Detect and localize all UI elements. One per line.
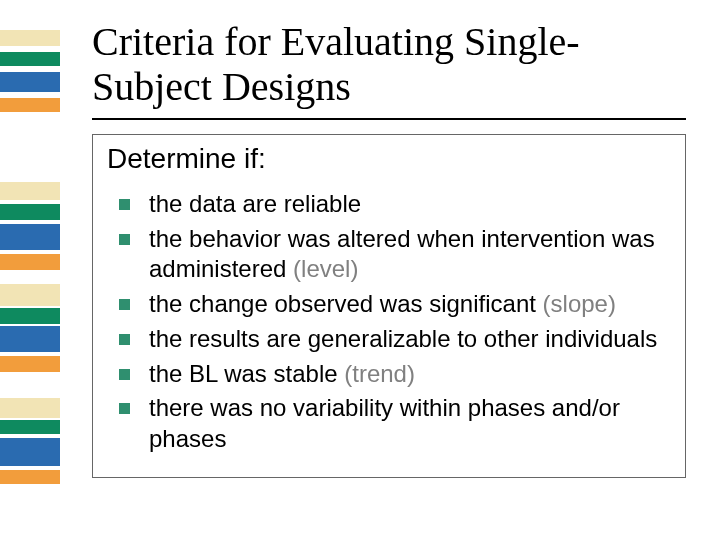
bullet-square-icon (119, 299, 130, 310)
stripe (0, 356, 60, 372)
bullet-square-icon (119, 234, 130, 245)
stripe (0, 52, 60, 66)
bullet-paren: (slope) (543, 290, 616, 317)
bullet-text: the BL was stable (149, 360, 344, 387)
stripe (0, 98, 60, 112)
stripe (0, 398, 60, 418)
bullet-text: the behavior was altered when interventi… (149, 225, 655, 283)
stripe (0, 470, 60, 484)
bullet-square-icon (119, 369, 130, 380)
slide-title: Criteria for Evaluating Single-Subject D… (92, 20, 682, 110)
title-underline (92, 118, 686, 120)
bullet-item: the data are reliable (119, 189, 671, 220)
bullet-square-icon (119, 403, 130, 414)
stripe (0, 326, 60, 352)
stripe (0, 284, 60, 306)
stripe (0, 224, 60, 250)
bullet-item: there was no variability within phases a… (119, 393, 671, 454)
stripe (0, 254, 60, 270)
bullet-square-icon (119, 199, 130, 210)
bullet-square-icon (119, 334, 130, 345)
bullet-item: the behavior was altered when interventi… (119, 224, 671, 285)
stripe (0, 30, 60, 46)
stripe (0, 182, 60, 200)
stripe (0, 420, 60, 434)
bullet-list: the data are reliablethe behavior was al… (107, 189, 671, 455)
bullet-text: there was no variability within phases a… (149, 394, 620, 452)
bullet-text: the data are reliable (149, 190, 361, 217)
bullet-paren: (level) (293, 255, 358, 282)
stripe (0, 438, 60, 466)
bullet-item: the BL was stable (trend) (119, 359, 671, 390)
slide: Criteria for Evaluating Single-Subject D… (0, 0, 720, 540)
stripe (0, 308, 60, 324)
bullet-item: the results are generalizable to other i… (119, 324, 671, 355)
bullet-paren: (trend) (344, 360, 415, 387)
stripe (0, 204, 60, 220)
lead-text: Determine if: (107, 143, 671, 175)
bullet-text: the change observed was significant (149, 290, 543, 317)
stripe (0, 72, 60, 92)
bullet-item: the change observed was significant (slo… (119, 289, 671, 320)
bullet-text: the results are generalizable to other i… (149, 325, 657, 352)
body-box: Determine if: the data are reliablethe b… (92, 134, 686, 478)
